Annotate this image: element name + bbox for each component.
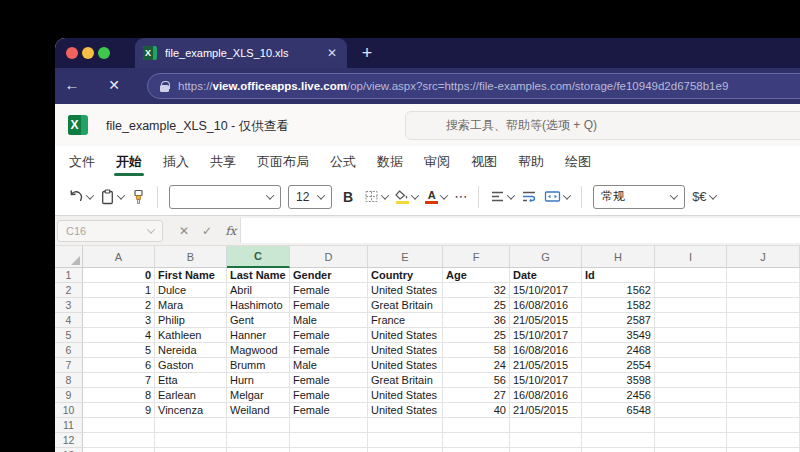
cell-E9[interactable]: United States [368, 388, 443, 403]
cell-I3[interactable] [655, 298, 727, 313]
cell-E7[interactable]: United States [368, 358, 443, 373]
cell-C6[interactable]: Magwood [227, 343, 290, 358]
cell-J8[interactable] [727, 373, 800, 388]
font-name-select[interactable] [169, 185, 281, 209]
cell-I7[interactable] [655, 358, 727, 373]
font-color-button[interactable]: A [425, 190, 447, 204]
ribbon-tab-3[interactable]: 共享 [208, 147, 238, 177]
cell-A7[interactable]: 6 [83, 358, 155, 373]
column-header-B[interactable]: B [155, 246, 227, 268]
cell-G13[interactable] [510, 448, 582, 452]
cell-B7[interactable]: Gaston [155, 358, 227, 373]
cell-H8[interactable]: 3598 [582, 373, 655, 388]
row-header-4[interactable]: 4 [55, 313, 83, 328]
cell-B5[interactable]: Kathleen [155, 328, 227, 343]
tab-close-icon[interactable]: ✕ [325, 46, 339, 60]
cell-B12[interactable] [155, 433, 227, 448]
cell-D10[interactable]: Female [290, 403, 368, 418]
row-header-6[interactable]: 6 [55, 343, 83, 358]
cell-D12[interactable] [290, 433, 368, 448]
cell-F10[interactable]: 40 [443, 403, 510, 418]
cell-F1[interactable]: Age [443, 268, 510, 283]
merge-center-button[interactable] [544, 190, 570, 203]
row-header-5[interactable]: 5 [55, 328, 83, 343]
cell-C4[interactable]: Gent [227, 313, 290, 328]
cell-I11[interactable] [655, 418, 727, 433]
ribbon-tab-9[interactable]: 帮助 [516, 147, 546, 177]
cell-C8[interactable]: Hurn [227, 373, 290, 388]
bold-button[interactable]: B [339, 189, 357, 205]
row-header-11[interactable]: 11 [55, 418, 83, 433]
formula-input[interactable] [240, 218, 800, 243]
select-all-corner[interactable] [55, 246, 83, 268]
undo-button[interactable] [68, 189, 93, 205]
cell-G4[interactable]: 21/05/2015 [510, 313, 582, 328]
cell-A6[interactable]: 5 [83, 343, 155, 358]
insert-function-icon[interactable]: fx [225, 224, 236, 238]
more-font-options-button[interactable]: ⋯ [454, 189, 467, 204]
cell-A13[interactable] [83, 448, 155, 452]
column-header-F[interactable]: F [443, 246, 510, 268]
cell-F5[interactable]: 25 [443, 328, 510, 343]
cell-A5[interactable]: 4 [83, 328, 155, 343]
column-header-D[interactable]: D [290, 246, 368, 268]
cell-D11[interactable] [290, 418, 368, 433]
row-header-9[interactable]: 9 [55, 388, 83, 403]
cell-I13[interactable] [655, 448, 727, 452]
cell-J13[interactable] [727, 448, 800, 452]
cell-F6[interactable]: 58 [443, 343, 510, 358]
alignment-button[interactable] [490, 190, 514, 203]
cell-H4[interactable]: 2587 [582, 313, 655, 328]
cell-G1[interactable]: Date [510, 268, 582, 283]
stop-button[interactable]: ✕ [103, 77, 125, 93]
back-button[interactable]: ← [61, 76, 83, 93]
row-header-3[interactable]: 3 [55, 298, 83, 313]
cell-F7[interactable]: 24 [443, 358, 510, 373]
row-header-13[interactable]: 13 [55, 448, 83, 452]
row-header-10[interactable]: 10 [55, 403, 83, 418]
cell-E1[interactable]: Country [368, 268, 443, 283]
cell-F9[interactable]: 27 [443, 388, 510, 403]
column-header-A[interactable]: A [83, 246, 155, 268]
ribbon-tab-2[interactable]: 插入 [161, 147, 191, 177]
cell-E6[interactable]: United States [368, 343, 443, 358]
cell-A2[interactable]: 1 [83, 283, 155, 298]
cell-C1[interactable]: Last Name [227, 268, 290, 283]
cell-J7[interactable] [727, 358, 800, 373]
cell-H13[interactable] [582, 448, 655, 452]
cell-H5[interactable]: 3549 [582, 328, 655, 343]
format-painter-button[interactable] [131, 189, 146, 205]
cell-H1[interactable]: Id [582, 268, 655, 283]
cell-F4[interactable]: 36 [443, 313, 510, 328]
cell-I12[interactable] [655, 433, 727, 448]
close-window-button[interactable] [66, 47, 78, 59]
cell-A1[interactable]: 0 [83, 268, 155, 283]
row-header-1[interactable]: 1 [55, 268, 83, 283]
cell-C12[interactable] [227, 433, 290, 448]
cell-D6[interactable]: Female [290, 343, 368, 358]
cell-A3[interactable]: 2 [83, 298, 155, 313]
cell-B11[interactable] [155, 418, 227, 433]
search-box[interactable]: 搜索工具、帮助等(选项 + Q) [405, 111, 800, 140]
cell-E13[interactable] [368, 448, 443, 452]
cell-I8[interactable] [655, 373, 727, 388]
cell-E8[interactable]: Great Britain [368, 373, 443, 388]
cell-J12[interactable] [727, 433, 800, 448]
cell-F8[interactable]: 56 [443, 373, 510, 388]
cell-H11[interactable] [582, 418, 655, 433]
cell-C2[interactable]: Abril [227, 283, 290, 298]
font-size-select[interactable]: 12 [288, 185, 332, 209]
cell-G8[interactable]: 15/10/2017 [510, 373, 582, 388]
cell-J11[interactable] [727, 418, 800, 433]
cell-I4[interactable] [655, 313, 727, 328]
cell-E10[interactable]: United States [368, 403, 443, 418]
ribbon-tab-7[interactable]: 审阅 [422, 147, 452, 177]
cell-D7[interactable]: Male [290, 358, 368, 373]
cell-G9[interactable]: 16/08/2016 [510, 388, 582, 403]
cell-J9[interactable] [727, 388, 800, 403]
cell-B4[interactable]: Philip [155, 313, 227, 328]
cell-I10[interactable] [655, 403, 727, 418]
cell-D9[interactable]: Female [290, 388, 368, 403]
row-header-2[interactable]: 2 [55, 283, 83, 298]
cell-B3[interactable]: Mara [155, 298, 227, 313]
